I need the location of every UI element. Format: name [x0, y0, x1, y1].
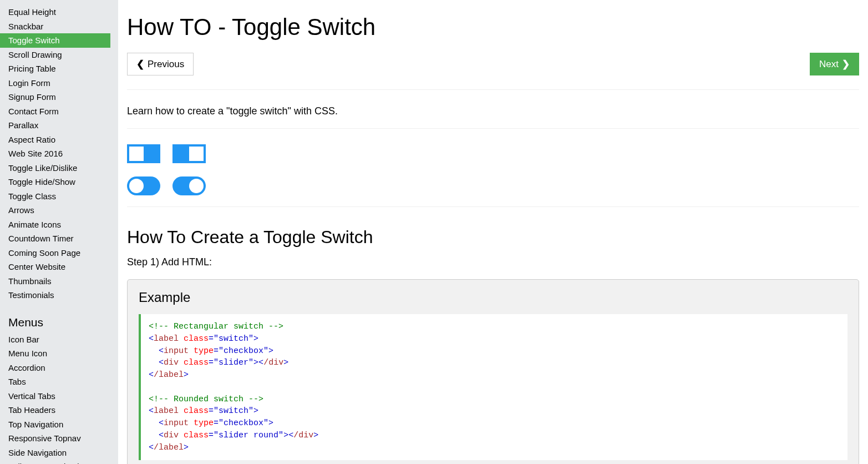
sidebar-item-toggle-class[interactable]: Toggle Class: [0, 189, 110, 204]
code-block: <!-- Rectangular switch --> <label class…: [139, 314, 847, 460]
toggle-switch-round-on[interactable]: [172, 176, 206, 195]
divider: [127, 89, 859, 90]
sidebar-item-signup-form[interactable]: Signup Form: [0, 90, 110, 104]
sidebar-item-vertical-tabs[interactable]: Vertical Tabs: [0, 389, 110, 404]
sidebar-item-scroll-drawing[interactable]: Scroll Drawing: [0, 48, 110, 62]
sidebar-item-icon-bar[interactable]: Icon Bar: [0, 332, 110, 347]
toggle-switch-square-off[interactable]: [127, 144, 160, 163]
sidebar-item-countdown-timer[interactable]: Countdown Timer: [0, 231, 110, 246]
sidebar-item-arrows[interactable]: Arrows: [0, 203, 110, 218]
sidebar-item-toggle-like-dislike[interactable]: Toggle Like/Dislike: [0, 161, 110, 175]
sidebar-item-accordion[interactable]: Accordion: [0, 361, 110, 375]
sidebar[interactable]: Equal Height Snackbar Toggle Switch Scro…: [0, 0, 118, 464]
step-1-text: Step 1) Add HTML:: [127, 256, 859, 268]
intro-text: Learn how to create a "toggle switch" wi…: [127, 105, 859, 117]
sidebar-item-top-navigation[interactable]: Top Navigation: [0, 417, 110, 432]
sidebar-item-fullscreen-navigation[interactable]: Fullscreen Navigation: [0, 460, 110, 464]
divider: [127, 206, 859, 207]
sidebar-item-pricing-table[interactable]: Pricing Table: [0, 62, 110, 76]
previous-label: Previous: [148, 59, 184, 70]
sidebar-item-responsive-topnav[interactable]: Responsive Topnav: [0, 431, 110, 446]
sidebar-item-toggle-switch[interactable]: Toggle Switch: [0, 33, 110, 48]
toggle-switch-square-on[interactable]: [172, 144, 206, 163]
sidebar-item-testimonials[interactable]: Testimonials: [0, 288, 110, 302]
sidebar-item-web-site-2016[interactable]: Web Site 2016: [0, 147, 110, 161]
chevron-left-icon: ❮: [136, 58, 144, 70]
sidebar-item-equal-height[interactable]: Equal Height: [0, 5, 110, 19]
sidebar-item-contact-form[interactable]: Contact Form: [0, 104, 110, 119]
previous-button[interactable]: ❮ Previous: [127, 53, 194, 75]
sidebar-item-animate-icons[interactable]: Animate Icons: [0, 218, 110, 232]
page-nav-row: ❮ Previous Next ❯: [127, 53, 859, 75]
example-box: Example <!-- Rectangular switch --> <lab…: [127, 279, 859, 464]
sidebar-item-side-navigation[interactable]: Side Navigation: [0, 446, 110, 460]
toggle-demo-row-square: [127, 144, 859, 163]
page-title: How TO - Toggle Switch: [127, 14, 859, 41]
sidebar-item-coming-soon-page[interactable]: Coming Soon Page: [0, 246, 110, 260]
divider: [127, 128, 859, 129]
sidebar-item-thumbnails[interactable]: Thumbnails: [0, 274, 110, 289]
sidebar-item-login-form[interactable]: Login Form: [0, 76, 110, 90]
sidebar-section-menus: Menus: [0, 310, 110, 332]
sidebar-item-menu-icon[interactable]: Menu Icon: [0, 346, 110, 361]
main-content: How TO - Toggle Switch ❮ Previous Next ❯…: [118, 0, 868, 464]
chevron-right-icon: ❯: [842, 58, 850, 70]
sidebar-item-parallax[interactable]: Parallax: [0, 118, 110, 133]
toggle-demo-row-round: [127, 176, 859, 195]
sidebar-item-center-website[interactable]: Center Website: [0, 260, 110, 274]
toggle-switch-round-off[interactable]: [127, 176, 160, 195]
sidebar-item-snackbar[interactable]: Snackbar: [0, 19, 110, 34]
section-heading: How To Create a Toggle Switch: [127, 227, 859, 248]
next-label: Next: [819, 59, 839, 70]
next-button[interactable]: Next ❯: [810, 53, 859, 75]
sidebar-item-tabs[interactable]: Tabs: [0, 375, 110, 389]
sidebar-item-toggle-hide-show[interactable]: Toggle Hide/Show: [0, 175, 110, 189]
sidebar-item-tab-headers[interactable]: Tab Headers: [0, 403, 110, 417]
example-title: Example: [139, 290, 847, 305]
sidebar-item-aspect-ratio[interactable]: Aspect Ratio: [0, 133, 110, 147]
